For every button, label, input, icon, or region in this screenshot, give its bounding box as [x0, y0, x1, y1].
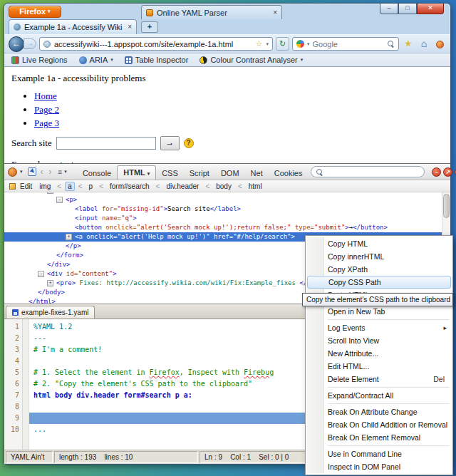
- table-inspector-icon: [125, 56, 133, 64]
- menu-item[interactable]: Copy XPath: [307, 263, 451, 276]
- edit-button[interactable]: Edit: [20, 182, 32, 190]
- google-engine-icon[interactable]: [296, 40, 304, 48]
- minimize-button[interactable]: –: [380, 4, 398, 14]
- panel-list-icon[interactable]: ≡: [58, 168, 62, 176]
- titlebar[interactable]: Firefox ▾ Online YAML Parser × – □ ✕: [4, 4, 450, 19]
- search-icon[interactable]: [387, 40, 395, 48]
- page-link[interactable]: Page 2: [34, 104, 59, 115]
- maximize-button[interactable]: □: [398, 4, 417, 14]
- history-back-icon[interactable]: ‹: [39, 167, 45, 177]
- firebug-minimize-button[interactable]: –: [432, 167, 441, 177]
- tab-close-icon[interactable]: ×: [128, 24, 132, 31]
- menu-item[interactable]: Inspect in DOM Panel: [307, 460, 451, 473]
- addon-item-1[interactable]: ARIA▾: [79, 56, 113, 64]
- firebug-panel-tabs: ConsoleHTML ▾CSSScriptDOMNetCookies: [77, 164, 309, 180]
- menu-item[interactable]: Expand/Contract All: [307, 389, 451, 402]
- firebug-toolbar: ▾ ‹ › ≡ ▾ ConsoleHTML ▾CSSScriptDOMNetCo…: [4, 164, 450, 180]
- firebug-tab-console[interactable]: Console: [77, 166, 117, 180]
- breadcrumb-item[interactable]: html: [246, 182, 265, 191]
- addon-item-0[interactable]: Live Regions: [11, 56, 68, 64]
- breadcrumb-item[interactable]: img: [36, 182, 53, 191]
- menu-item[interactable]: Break On Child Addition or Removal: [307, 418, 451, 431]
- menu-item[interactable]: New Attribute...: [307, 347, 451, 360]
- url-bar[interactable]: accessifywiki---1.appspot.com/site/examp…: [39, 37, 273, 51]
- menu-item[interactable]: Use in Command Line: [307, 447, 451, 460]
- close-button[interactable]: ✕: [417, 4, 444, 14]
- editor-file-tab[interactable]: example-fixes-1.yaml: [6, 306, 95, 319]
- chevron-down-icon: ▾: [301, 57, 304, 63]
- new-tab-button[interactable]: +: [141, 21, 158, 33]
- firebug-tab-dom[interactable]: DOM: [215, 166, 245, 180]
- menu-item[interactable]: Open in New Tab: [307, 305, 451, 318]
- collapse-icon[interactable]: -: [56, 197, 63, 203]
- addon-icon[interactable]: [433, 38, 446, 51]
- page-link[interactable]: Home: [34, 90, 57, 101]
- tab-bar: Example 1a - Accessify Wiki × +: [4, 19, 450, 34]
- addon-item-2[interactable]: Table Inspector: [125, 56, 189, 64]
- search-input[interactable]: [313, 40, 384, 48]
- search-submit-button[interactable]: →: [160, 136, 180, 150]
- menu-item[interactable]: Edit HTML...: [307, 360, 451, 373]
- menu-item[interactable]: Copy CSS Path: [307, 276, 451, 289]
- breadcrumb-item[interactable]: p: [86, 182, 96, 191]
- search-site-label: Search site: [11, 138, 52, 149]
- collapse-icon[interactable]: -: [38, 271, 44, 277]
- chevron-down-icon[interactable]: ▾: [64, 169, 67, 175]
- firebug-tab-html[interactable]: HTML ▾: [117, 165, 156, 180]
- tab-close-icon[interactable]: ×: [273, 9, 277, 16]
- firebug-tab-script[interactable]: Script: [184, 166, 215, 180]
- tab-online-yaml-parser[interactable]: Online YAML Parser ×: [141, 5, 282, 19]
- reload-button[interactable]: ↻: [276, 37, 289, 51]
- tree-row[interactable]: <label for="missing-id">Search site</lab…: [4, 205, 442, 214]
- firebug-breadcrumb-bar: Edit img<a<p<form#search<div.header<body…: [4, 180, 450, 192]
- firebug-window-buttons: – ↗ ×: [432, 167, 456, 177]
- chevron-down-icon[interactable]: ▾: [20, 169, 23, 175]
- editor-tab-label: example-fixes-1.yaml: [21, 309, 88, 316]
- menu-item[interactable]: Copy innerHTML: [307, 250, 451, 263]
- inspect-element-icon[interactable]: [28, 167, 36, 176]
- firebug-icon[interactable]: [8, 167, 17, 177]
- firebug-tab-net[interactable]: Net: [245, 166, 269, 180]
- breadcrumb-item[interactable]: div.header: [163, 182, 202, 191]
- tree-row[interactable]: -<p>: [4, 195, 442, 205]
- bookmark-star-icon[interactable]: ☆: [256, 40, 263, 48]
- tab-example-1a[interactable]: Example 1a - Accessify Wiki ×: [9, 19, 137, 34]
- site-search-input[interactable]: [56, 137, 156, 150]
- menu-item[interactable]: Log Events▸: [307, 321, 451, 334]
- bookmarks-button[interactable]: ★: [402, 38, 415, 51]
- tab-favicon: [14, 24, 21, 31]
- expand-icon[interactable]: +: [47, 280, 53, 286]
- breadcrumb-item[interactable]: form#search: [107, 182, 152, 191]
- firebug-tab-css[interactable]: CSS: [156, 166, 184, 180]
- scrollbar-thumb[interactable]: [443, 194, 450, 218]
- forward-button[interactable]: →: [24, 38, 36, 49]
- tree-row[interactable]: <button onclick="alert('Search mock up!'…: [4, 223, 442, 232]
- search-bar[interactable]: ▾: [292, 37, 399, 51]
- menu-item[interactable]: Scroll Into View: [307, 334, 451, 347]
- menu-item[interactable]: Copy HTML: [307, 237, 451, 250]
- history-forward-icon[interactable]: ›: [48, 167, 53, 177]
- collapse-icon[interactable]: -: [47, 192, 53, 194]
- chevron-down-icon[interactable]: ▾: [266, 41, 269, 47]
- home-button[interactable]: ⌂: [418, 38, 430, 51]
- help-icon[interactable]: ?: [184, 138, 194, 148]
- tree-row[interactable]: <input name="q">: [4, 214, 442, 223]
- page-link[interactable]: Page 3: [34, 118, 59, 128]
- menu-item[interactable]: Delete ElementDel: [307, 373, 451, 386]
- addon-item-3[interactable]: Colour Contrast Analyser▾: [200, 56, 303, 64]
- firebug-search-input[interactable]: [326, 168, 420, 176]
- menu-item[interactable]: Break On Element Removal: [307, 431, 451, 444]
- url-text[interactable]: accessifywiki---1.appspot.com/site/examp…: [54, 40, 252, 48]
- breadcrumb-item[interactable]: a: [65, 182, 75, 191]
- back-button[interactable]: ←: [9, 36, 24, 52]
- firefox-menu-button[interactable]: Firefox ▾: [9, 6, 61, 18]
- expand-icon[interactable]: +: [66, 234, 72, 240]
- firebug-search-box[interactable]: [311, 166, 425, 177]
- line-number: 5: [4, 367, 19, 378]
- breadcrumb-item[interactable]: body: [213, 182, 234, 191]
- firebug-tab-cookies[interactable]: Cookies: [269, 166, 309, 180]
- chevron-down-icon[interactable]: ▾: [307, 41, 310, 47]
- menu-item[interactable]: Break On Attribute Change: [307, 405, 451, 418]
- firebug-detach-button[interactable]: ↗: [443, 167, 452, 177]
- chevron-down-icon: ▾: [110, 57, 113, 63]
